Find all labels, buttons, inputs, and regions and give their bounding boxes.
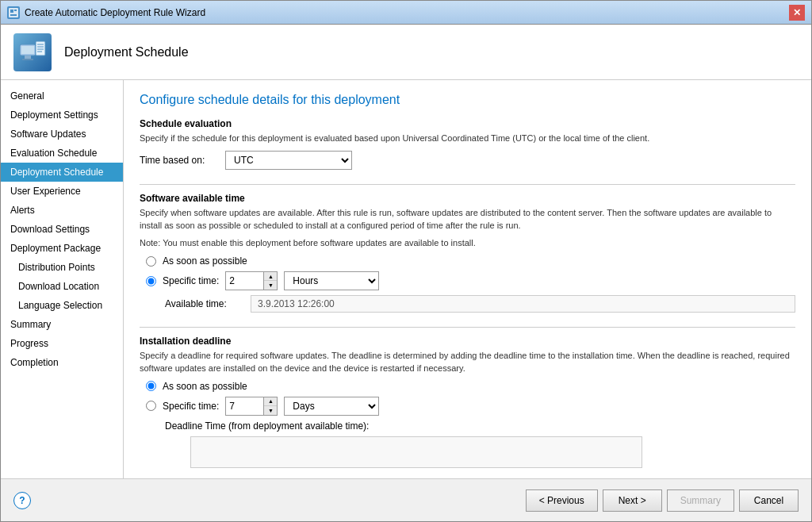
deadline-specific-radio[interactable]: [146, 401, 156, 411]
schedule-evaluation-title: Schedule evaluation: [140, 118, 795, 129]
software-specific-row: Specific time: ▲ ▼ Hours Days Weeks: [146, 271, 795, 290]
deadline-specific-spinner: ▲ ▼: [225, 397, 278, 416]
sidebar-item-software-updates[interactable]: Software Updates: [1, 125, 123, 144]
available-time-label: Available time:: [165, 298, 244, 309]
sidebar-item-language-selection[interactable]: Language Selection: [1, 296, 123, 315]
software-specific-spinner-btns: ▲ ▼: [263, 271, 278, 290]
deadline-as-soon-row: As soon as possible: [146, 381, 795, 392]
svg-rect-8: [36, 41, 45, 56]
sidebar-item-deployment-schedule[interactable]: Deployment Schedule: [1, 163, 123, 182]
schedule-evaluation-desc: Specify if the schedule for this deploym…: [140, 132, 795, 144]
sidebar-item-evaluation-schedule[interactable]: Evaluation Schedule: [1, 144, 123, 163]
deadline-specific-unit-select[interactable]: Days Hours Weeks Months: [284, 397, 379, 416]
content-area: General Deployment Settings Software Upd…: [1, 80, 811, 478]
next-button[interactable]: Next >: [603, 489, 662, 512]
svg-rect-1: [10, 10, 13, 13]
footer-left: ?: [13, 492, 521, 509]
sidebar-item-progress[interactable]: Progress: [1, 334, 123, 353]
svg-rect-7: [22, 59, 33, 60]
available-time-value: 3.9.2013 12:26:00: [251, 295, 795, 313]
software-available-desc: Specify when software updates are availa…: [140, 207, 795, 232]
software-specific-decrement-btn[interactable]: ▼: [264, 281, 277, 290]
installation-deadline-section: Installation deadline Specify a deadline…: [140, 336, 795, 468]
software-specific-radio[interactable]: [146, 276, 156, 286]
installation-deadline-radio-group: As soon as possible Specific time: ▲ ▼: [140, 381, 795, 416]
svg-rect-6: [25, 56, 31, 59]
main-content: Configure schedule details for this depl…: [124, 80, 811, 478]
sidebar-item-download-settings[interactable]: Download Settings: [1, 220, 123, 239]
main-window: Create Automatic Deployment Rule Wizard …: [0, 0, 812, 522]
time-based-on-label: Time based on:: [140, 155, 219, 166]
software-specific-spinner: ▲ ▼: [225, 271, 278, 290]
software-specific-unit-select[interactable]: Hours Days Weeks Months: [284, 271, 379, 290]
window-title: Create Automatic Deployment Rule Wizard: [25, 7, 205, 18]
available-time-row: Available time: 3.9.2013 12:26:00: [140, 295, 795, 313]
header-bar: Deployment Schedule: [1, 25, 811, 80]
divider-1: [140, 184, 795, 185]
deadline-as-soon-radio[interactable]: [146, 381, 156, 391]
deadline-time-box: [190, 436, 642, 468]
software-specific-label: Specific time:: [163, 275, 219, 286]
divider-2: [140, 327, 795, 328]
svg-rect-3: [10, 14, 17, 16]
sidebar-item-deployment-settings[interactable]: Deployment Settings: [1, 106, 123, 125]
software-available-note: Note: You must enable this deployment be…: [140, 238, 795, 248]
sidebar-item-user-experience[interactable]: User Experience: [1, 182, 123, 201]
software-specific-increment-btn[interactable]: ▲: [264, 272, 277, 281]
header-icon: [13, 33, 52, 71]
sidebar-item-summary[interactable]: Summary: [1, 315, 123, 334]
page-title: Configure schedule details for this depl…: [140, 93, 795, 107]
time-based-on-select[interactable]: UTC Client local time: [225, 151, 352, 170]
software-as-soon-radio[interactable]: [146, 256, 156, 267]
svg-rect-5: [21, 46, 34, 54]
software-as-soon-label: As soon as possible: [163, 255, 247, 267]
footer: ? < Previous Next > Summary Cancel: [1, 478, 811, 521]
previous-button[interactable]: < Previous: [526, 489, 598, 512]
deadline-specific-spinner-btns: ▲ ▼: [263, 397, 278, 416]
deadline-specific-row: Specific time: ▲ ▼ Days Hours Weeks: [146, 397, 795, 416]
title-bar: Create Automatic Deployment Rule Wizard …: [1, 1, 811, 25]
deadline-time-wrapper: Deadline Time (from deployment available…: [140, 420, 795, 468]
close-button[interactable]: ✕: [789, 5, 805, 21]
header-title: Deployment Schedule: [64, 45, 189, 59]
svg-rect-2: [14, 10, 17, 11]
sidebar-item-alerts[interactable]: Alerts: [1, 201, 123, 220]
installation-deadline-desc: Specify a deadline for required software…: [140, 350, 795, 374]
cancel-button[interactable]: Cancel: [739, 489, 799, 512]
deadline-specific-value-input[interactable]: [225, 397, 263, 416]
software-available-section: Software available time Specify when sof…: [140, 193, 795, 313]
deadline-time-label: Deadline Time (from deployment available…: [165, 420, 795, 432]
app-icon: [7, 6, 20, 19]
title-bar-left: Create Automatic Deployment Rule Wizard: [7, 6, 205, 19]
software-available-title: Software available time: [140, 193, 795, 204]
sidebar-item-distribution-points[interactable]: Distribution Points: [1, 258, 123, 277]
deadline-specific-label: Specific time:: [163, 401, 219, 412]
software-as-soon-row: As soon as possible: [146, 255, 795, 267]
installation-deadline-title: Installation deadline: [140, 336, 795, 347]
software-available-radio-group: As soon as possible Specific time: ▲ ▼: [140, 255, 795, 290]
sidebar-item-download-location[interactable]: Download Location: [1, 277, 123, 296]
software-specific-value-input[interactable]: [225, 271, 263, 290]
help-button[interactable]: ?: [13, 492, 31, 509]
sidebar-item-deployment-package[interactable]: Deployment Package: [1, 239, 123, 258]
summary-button[interactable]: Summary: [667, 489, 734, 512]
deadline-specific-increment-btn[interactable]: ▲: [264, 397, 277, 406]
deadline-as-soon-label: As soon as possible: [163, 381, 247, 392]
time-based-on-row: Time based on: UTC Client local time: [140, 151, 795, 170]
sidebar: General Deployment Settings Software Upd…: [1, 80, 124, 478]
schedule-evaluation-section: Schedule evaluation Specify if the sched…: [140, 118, 795, 170]
sidebar-item-completion[interactable]: Completion: [1, 353, 123, 372]
deadline-specific-decrement-btn[interactable]: ▼: [264, 406, 277, 415]
sidebar-item-general[interactable]: General: [1, 86, 123, 106]
